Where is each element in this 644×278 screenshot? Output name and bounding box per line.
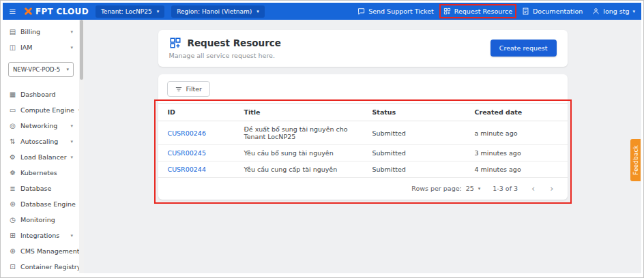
sidebar-item-label: Billing <box>20 28 40 35</box>
feedback-tab[interactable]: Feedback <box>630 139 641 181</box>
container-registry-icon: ⊡ <box>9 263 16 271</box>
main-area: Request Resource Manage all service requ… <box>84 20 641 273</box>
column-header-created-date: Created date <box>468 104 568 121</box>
filter-button[interactable]: Filter <box>167 81 211 97</box>
request-id-link[interactable]: CUSR00245 <box>168 149 206 157</box>
request-resource-icon <box>169 37 181 49</box>
sidebar-item-dashboard[interactable]: ▦ Dashboard <box>3 87 79 102</box>
rows-per-page-select[interactable]: Rows per page: 25 ▾ <box>411 185 480 192</box>
page-header-card: Request Resource Manage all service requ… <box>158 30 568 67</box>
database-icon: ≣ <box>9 185 16 192</box>
sidebar-scrollbar-thumb[interactable] <box>80 20 83 80</box>
sidebar-item-networking[interactable]: ◎ Networking ▾ <box>3 118 79 134</box>
request-title-cell: Yêu cầu cung cấp tài nguyên <box>237 161 366 178</box>
sidebar: ▤ Billing ▾ ◫ IAM ▾ NEW-VPC-POD-5 ▾ ▦ Da… <box>3 20 79 273</box>
table-header-row: ID Title Status Created date <box>158 104 568 121</box>
table-row: CUSR00244 Yêu cầu cung cấp tài nguyên Su… <box>158 161 568 178</box>
cms-management-icon: ⊕ <box>9 247 16 255</box>
sidebar-item-integrations[interactable]: ⊞ Integrations ▾ <box>3 228 79 243</box>
rows-per-page-value: 25 <box>466 185 474 192</box>
compute-engine-icon: ▭ <box>9 106 16 114</box>
sidebar-item-container-registry[interactable]: ⊡ Container Registry <box>3 259 79 275</box>
billing-icon: ▤ <box>9 28 16 35</box>
database-engine-icon: ⊛ <box>9 200 16 208</box>
request-status-cell: Submitted <box>366 145 468 161</box>
sidebar-item-kubernetes[interactable]: ☸ Kubernetes <box>3 165 79 181</box>
load-balancer-icon: ⚙ <box>9 153 16 161</box>
filter-icon <box>175 86 182 93</box>
request-resource-label: Request Resource <box>454 7 512 15</box>
documentation-link[interactable]: Documentation <box>522 7 583 15</box>
vpc-selector[interactable]: NEW-VPC-POD-5 ▾ <box>8 62 74 77</box>
page-subtitle: Manage all service request here. <box>169 52 281 59</box>
table-row: CUSR00246 Đề xuất bổ sung tài nguyên cho… <box>158 121 568 145</box>
monitoring-icon: ◷ <box>9 216 16 223</box>
integrations-icon: ⊞ <box>9 232 16 239</box>
region-select[interactable]: Region: Hanoi (Vietnam) ▾ <box>171 5 265 18</box>
chevron-down-icon: ▾ <box>66 67 69 72</box>
sidebar-item-load-balancer[interactable]: ⚙ Load Balancer ▾ <box>3 149 79 165</box>
sidebar-item-database-engine[interactable]: ⊛ Database Engine <box>3 196 79 212</box>
request-created-cell: 4 minutes ago <box>468 161 568 178</box>
chevron-down-icon: ▾ <box>157 9 160 14</box>
iam-icon: ◫ <box>9 44 16 51</box>
chevron-down-icon: ▾ <box>70 139 73 144</box>
request-created-cell: 3 minutes ago <box>468 145 568 161</box>
sidebar-item-iam[interactable]: ◫ IAM ▾ <box>3 40 79 55</box>
page-title: Request Resource <box>188 37 281 48</box>
sidebar-item-label: Compute Engine <box>20 106 74 114</box>
hamburger-menu-icon[interactable]: ≡ <box>9 7 16 16</box>
request-status-cell: Submitted <box>366 121 468 145</box>
sidebar-item-label: Container Registry <box>20 263 80 271</box>
sidebar-item-billing[interactable]: ▤ Billing ▾ <box>3 24 79 40</box>
column-header-id: ID <box>158 104 237 121</box>
sidebar-item-monitoring[interactable]: ◷ Monitoring <box>3 212 79 228</box>
document-icon <box>522 7 529 15</box>
request-resource-link[interactable]: Request Resource <box>443 7 512 15</box>
topbar: ≡ FPT CLOUD Tenant: LocNP25 ▾ Region: Ha… <box>3 3 641 20</box>
request-status-cell: Submitted <box>366 161 468 178</box>
send-support-ticket-link[interactable]: Send Support Ticket <box>357 7 434 15</box>
sidebar-scrollbar[interactable] <box>79 20 84 273</box>
column-header-title: Title <box>237 104 366 121</box>
sidebar-item-label: Database <box>20 185 51 192</box>
sidebar-item-label: Dashboard <box>20 91 56 98</box>
chevron-down-icon: ▾ <box>70 233 73 238</box>
tenant-select[interactable]: Tenant: LocNP25 ▾ <box>96 5 164 18</box>
page-header-text: Request Resource Manage all service requ… <box>169 37 281 59</box>
sidebar-item-compute-engine[interactable]: ▭ Compute Engine ▾ <box>3 102 79 118</box>
filter-button-label: Filter <box>186 85 203 93</box>
request-id-link[interactable]: CUSR00244 <box>168 166 206 173</box>
create-request-button[interactable]: Create request <box>491 40 557 57</box>
sidebar-item-database[interactable]: ≣ Database <box>3 181 79 196</box>
sidebar-item-autoscaling[interactable]: ⇅ Autoscaling ▾ <box>3 134 79 149</box>
feedback-tab-label: Feedback <box>632 145 639 175</box>
vpc-selector-value: NEW-VPC-POD-5 <box>13 66 60 73</box>
prev-page-button[interactable]: ‹ <box>530 184 536 193</box>
topbar-actions: Send Support Ticket Request Resource Doc… <box>357 7 635 15</box>
table-row: CUSR00245 Yêu cầu bổ sung tài nguyên Sub… <box>158 145 568 161</box>
sidebar-item-label: Load Balancer <box>20 153 67 161</box>
pagination: Rows per page: 25 ▾ 1-3 of 3 ‹ › <box>158 178 568 197</box>
user-icon <box>592 7 600 15</box>
chevron-down-icon: ▾ <box>71 155 74 160</box>
sidebar-item-label: Autoscaling <box>20 138 58 145</box>
documentation-label: Documentation <box>533 7 583 15</box>
request-table: ID Title Status Created date CUSR00246 Đ… <box>158 103 568 178</box>
user-name-label: long stg <box>603 7 629 15</box>
user-menu[interactable]: long stg ▾ <box>592 7 635 15</box>
request-id-link[interactable]: CUSR00246 <box>168 129 206 137</box>
send-support-ticket-label: Send Support Ticket <box>368 7 434 15</box>
sidebar-item-label: Networking <box>20 122 57 129</box>
next-page-button[interactable]: › <box>548 184 555 193</box>
autoscaling-icon: ⇅ <box>9 138 16 145</box>
chevron-down-icon: ▾ <box>70 123 73 129</box>
region-label: Region: Hanoi (Vietnam) <box>177 8 252 15</box>
chevron-down-icon: ▾ <box>70 45 73 50</box>
chat-bubble-icon <box>357 7 365 15</box>
sidebar-item-cms-management[interactable]: ⊕ CMS Management <box>3 243 79 259</box>
brand-logo: FPT CLOUD <box>25 7 89 16</box>
content-column: Request Resource Manage all service requ… <box>158 30 568 200</box>
tenant-label: Tenant: LocNP25 <box>101 8 152 15</box>
pagination-range: 1-3 of 3 <box>493 185 518 192</box>
